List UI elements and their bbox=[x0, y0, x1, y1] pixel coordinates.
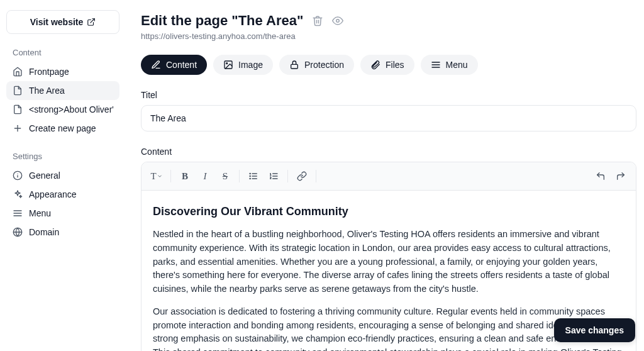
sidebar-item-domain[interactable]: Domain bbox=[6, 223, 119, 242]
sidebar-item-label: General bbox=[29, 170, 113, 181]
sidebar-item-label: Menu bbox=[29, 208, 113, 218]
sidebar-nav-content: Frontpage The Area <strong>About Oliver'… bbox=[6, 62, 119, 138]
title-input[interactable] bbox=[141, 105, 636, 131]
tab-image[interactable]: Image bbox=[213, 55, 273, 75]
info-icon bbox=[13, 170, 23, 181]
tab-files[interactable]: Files bbox=[360, 55, 414, 75]
sidebar: Visit website Content Frontpage The Area… bbox=[0, 0, 126, 351]
main-content: Edit the page "The Area" https://olivers… bbox=[126, 0, 644, 351]
image-icon bbox=[223, 60, 233, 70]
svg-point-22 bbox=[250, 176, 250, 176]
bullet-list-button[interactable] bbox=[245, 167, 262, 185]
svg-point-11 bbox=[336, 20, 340, 23]
menu-icon bbox=[13, 208, 23, 218]
sidebar-item-label: <strong>About Oliver's Tes bbox=[29, 104, 113, 114]
content-label: Content bbox=[141, 147, 636, 157]
sidebar-item-label: Domain bbox=[29, 227, 113, 237]
svg-point-23 bbox=[250, 178, 250, 179]
italic-button[interactable]: I bbox=[196, 167, 214, 185]
page-header: Edit the page "The Area" bbox=[141, 13, 636, 29]
title-label: Titel bbox=[141, 90, 636, 100]
sidebar-item-label: Frontpage bbox=[29, 67, 113, 77]
sidebar-item-label: Appearance bbox=[29, 189, 113, 199]
page-title: Edit the page "The Area" bbox=[141, 13, 303, 29]
tab-label: Image bbox=[238, 60, 263, 70]
visit-website-label: Visit website bbox=[30, 17, 84, 27]
file-icon bbox=[13, 104, 23, 114]
editor-paragraph: Nestled in the heart of a bustling neigh… bbox=[153, 228, 625, 296]
sidebar-section-content: Content bbox=[6, 45, 119, 62]
sidebar-item-label: The Area bbox=[29, 86, 113, 96]
globe-icon bbox=[13, 227, 23, 237]
toolbar-divider bbox=[287, 170, 288, 182]
eye-icon[interactable] bbox=[332, 15, 343, 26]
link-button[interactable] bbox=[293, 167, 311, 185]
toolbar-divider bbox=[170, 170, 171, 182]
tabs-row: Content Image Protection Files Menu bbox=[141, 55, 636, 75]
paperclip-icon bbox=[370, 60, 380, 70]
sidebar-item-general[interactable]: General bbox=[6, 166, 119, 185]
tab-content[interactable]: Content bbox=[141, 55, 207, 75]
sidebar-item-the-area[interactable]: The Area bbox=[6, 81, 119, 100]
sidebar-item-frontpage[interactable]: Frontpage bbox=[6, 62, 119, 81]
plus-icon bbox=[13, 123, 23, 133]
sidebar-item-about[interactable]: <strong>About Oliver's Tes bbox=[6, 100, 119, 119]
undo-button[interactable] bbox=[592, 167, 609, 185]
pencil-icon bbox=[151, 60, 161, 70]
toolbar-divider bbox=[316, 170, 316, 182]
svg-point-13 bbox=[226, 63, 228, 64]
toolbar-divider bbox=[239, 170, 240, 182]
home-icon bbox=[13, 67, 23, 77]
menu-icon bbox=[431, 60, 441, 70]
tab-label: Content bbox=[166, 60, 197, 70]
title-field-section: Titel bbox=[141, 90, 636, 131]
svg-point-21 bbox=[250, 173, 250, 174]
sidebar-item-menu[interactable]: Menu bbox=[6, 204, 119, 223]
tab-menu[interactable]: Menu bbox=[421, 55, 478, 75]
tab-protection[interactable]: Protection bbox=[279, 55, 354, 75]
text-style-dropdown[interactable]: T bbox=[148, 167, 165, 185]
sidebar-nav-settings: General Appearance Menu Domain bbox=[6, 166, 119, 242]
editor-heading: Discovering Our Vibrant Community bbox=[153, 203, 625, 220]
save-label: Save changes bbox=[565, 325, 624, 335]
bold-button[interactable]: B bbox=[176, 167, 194, 185]
page-url: https://olivers-testing.anyhoa.com/the-a… bbox=[141, 31, 636, 41]
svg-line-0 bbox=[91, 19, 94, 23]
tab-label: Menu bbox=[446, 60, 468, 70]
sidebar-item-appearance[interactable]: Appearance bbox=[6, 185, 119, 204]
svg-rect-14 bbox=[291, 64, 298, 69]
visit-website-button[interactable]: Visit website bbox=[6, 10, 119, 34]
lock-icon bbox=[289, 60, 299, 70]
numbered-list-button[interactable] bbox=[265, 167, 282, 185]
redo-button[interactable] bbox=[612, 167, 630, 185]
external-link-icon bbox=[87, 18, 96, 26]
editor-toolbar: T B I S bbox=[142, 162, 636, 191]
sidebar-item-label: Create new page bbox=[29, 123, 113, 133]
trash-icon[interactable] bbox=[312, 15, 323, 26]
tab-label: Files bbox=[386, 60, 404, 70]
sparkle-icon bbox=[13, 189, 23, 199]
file-icon bbox=[13, 86, 23, 96]
sidebar-item-create-page[interactable]: Create new page bbox=[6, 119, 119, 138]
tab-label: Protection bbox=[304, 60, 344, 70]
strikethrough-button[interactable]: S bbox=[216, 167, 234, 185]
save-changes-button[interactable]: Save changes bbox=[554, 318, 635, 342]
sidebar-section-settings: Settings bbox=[6, 149, 119, 166]
